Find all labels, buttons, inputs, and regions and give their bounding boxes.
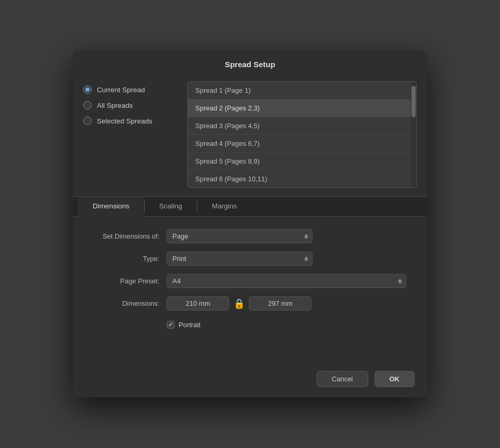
dialog-title: Spread Setup [73, 51, 427, 76]
set-dimensions-select-wrapper: Page [167, 229, 312, 243]
scrollbar-track[interactable] [411, 82, 416, 188]
radio-circle-current [83, 85, 92, 94]
page-preset-input[interactable] [167, 274, 406, 288]
radio-circle-all [83, 101, 92, 109]
portrait-checkbox-group: ✓ Portrait [167, 321, 201, 329]
portrait-label: Portrait [179, 321, 201, 329]
spread-selection-group: Current Spread All Spreads Selected Spre… [83, 81, 177, 188]
radio-selected-spreads[interactable]: Selected Spreads [83, 117, 177, 125]
spread-setup-dialog: Spread Setup Current Spread All Spreads … [73, 51, 427, 397]
height-input[interactable] [249, 296, 311, 310]
tab-margins[interactable]: Margins [197, 197, 252, 216]
spreads-list: Spread 1 (Page 1) Spread 2 (Pages 2,3) S… [188, 82, 416, 188]
portrait-row: ✓ Portrait [89, 319, 411, 329]
list-item[interactable]: Spread 5 (Pages 8,9) [188, 153, 416, 170]
portrait-checkbox[interactable]: ✓ [167, 321, 174, 329]
list-item[interactable]: Spread 3 (Pages 4,5) [188, 117, 416, 135]
dimensions-content: Set Dimensions of: Page Type: Print [73, 217, 427, 363]
type-label: Type: [89, 255, 167, 263]
width-input[interactable] [167, 296, 229, 310]
radio-all-spreads[interactable]: All Spreads [83, 101, 177, 109]
cancel-button[interactable]: Cancel [317, 371, 368, 387]
radio-current-spread[interactable]: Current Spread [83, 85, 177, 94]
scrollbar-thumb[interactable] [411, 86, 416, 117]
dimensions-row: Dimensions: 🔒 [89, 296, 411, 310]
dialog-footer: Cancel OK [73, 363, 427, 397]
list-item[interactable]: Spread 6 (Pages 10,11) [188, 170, 416, 188]
radio-circle-selected [83, 117, 92, 125]
set-dimensions-row: Set Dimensions of: Page [89, 229, 411, 243]
type-row: Type: Print [89, 252, 411, 266]
tab-scaling[interactable]: Scaling [145, 197, 197, 216]
page-preset-row: Page Preset: [89, 274, 411, 288]
set-dimensions-select[interactable]: Page [167, 229, 312, 243]
lock-icon[interactable]: 🔒 [233, 298, 245, 309]
radio-label-current: Current Spread [97, 86, 145, 94]
set-dimensions-label: Set Dimensions of: [89, 232, 167, 240]
list-item[interactable]: Spread 1 (Page 1) [188, 82, 416, 99]
dimensions-label: Dimensions: [89, 300, 167, 307]
ok-button[interactable]: OK [374, 371, 415, 387]
list-item[interactable]: Spread 2 (Pages 2,3) [188, 99, 416, 117]
top-section: Current Spread All Spreads Selected Spre… [73, 76, 427, 196]
type-select[interactable]: Print [167, 252, 312, 266]
list-item[interactable]: Spread 4 (Pages 6,7) [188, 135, 416, 153]
page-preset-wrapper [167, 274, 406, 288]
checkmark-icon: ✓ [168, 321, 173, 328]
tab-dimensions[interactable]: Dimensions [78, 197, 144, 217]
tabs-bar: Dimensions Scaling Margins [73, 196, 427, 217]
radio-label-selected: Selected Spreads [97, 117, 153, 125]
type-select-wrapper: Print [167, 252, 312, 266]
spreads-list-container: Spread 1 (Page 1) Spread 2 (Pages 2,3) S… [188, 81, 417, 188]
page-preset-label: Page Preset: [89, 277, 167, 285]
radio-label-all: All Spreads [97, 102, 133, 109]
dimensions-inputs: 🔒 [167, 296, 311, 310]
